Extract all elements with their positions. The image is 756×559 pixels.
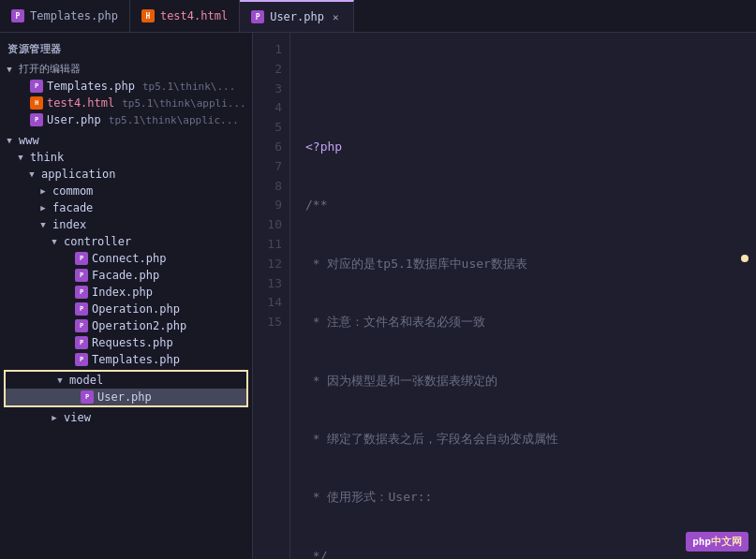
think-folder[interactable]: think bbox=[0, 149, 252, 166]
controller-folder[interactable]: controller bbox=[0, 233, 252, 250]
open-file-user[interactable]: P User.php tp5.1\think\applic... bbox=[0, 111, 252, 128]
operation-file[interactable]: P Operation.php bbox=[0, 301, 252, 317]
sidebar: 资源管理器 打开的编辑器 P Templates.php tp5.1\think… bbox=[0, 33, 253, 559]
tab-label-templates: Templates.php bbox=[30, 9, 118, 22]
view-folder[interactable]: view bbox=[0, 409, 252, 426]
model-label: model bbox=[69, 374, 103, 387]
application-folder[interactable]: application bbox=[0, 166, 252, 183]
file-icon-templates: P bbox=[30, 80, 43, 93]
requests-file[interactable]: P Requests.php bbox=[0, 334, 252, 351]
tab-label-user: User.php bbox=[270, 10, 324, 23]
open-file-templates-path: tp5.1\think\... bbox=[142, 81, 235, 93]
open-file-user-path: tp5.1\think\applic... bbox=[109, 114, 239, 126]
view-label: view bbox=[64, 411, 91, 424]
user-model-file[interactable]: P User.php bbox=[6, 389, 246, 405]
www-folder[interactable]: www bbox=[0, 132, 252, 149]
line-3: * 对应的是tp5.1数据库中user数据表 bbox=[305, 255, 741, 274]
index-label: index bbox=[52, 218, 86, 231]
resource-manager-title: 资源管理器 bbox=[0, 37, 252, 60]
connect-icon: P bbox=[75, 252, 88, 265]
controller-arrow bbox=[49, 236, 60, 247]
line-8: */ bbox=[305, 547, 741, 559]
templates-ctrl-label: Templates.php bbox=[92, 353, 180, 366]
line-4: * 注意：文件名和表名必须一致 bbox=[305, 313, 741, 332]
operation2-label: Operation2.php bbox=[92, 319, 186, 332]
user-model-icon: P bbox=[81, 390, 94, 404]
connect-file[interactable]: P Connect.php bbox=[0, 250, 252, 267]
operation-label: Operation.php bbox=[92, 302, 180, 316]
code-content[interactable]: <?php /** * 对应的是tp5.1数据库中user数据表 * 注意：文件… bbox=[290, 33, 756, 559]
tab-test4[interactable]: H test4.html bbox=[130, 0, 240, 32]
commom-arrow bbox=[37, 185, 49, 197]
model-arrow bbox=[54, 375, 66, 386]
facade-php-label: Facade.php bbox=[92, 269, 159, 282]
application-arrow bbox=[26, 169, 37, 180]
user-model-label: User.php bbox=[97, 390, 152, 404]
tab-close-user[interactable]: ✕ bbox=[330, 10, 342, 24]
open-file-templates[interactable]: P Templates.php tp5.1\think\... bbox=[0, 78, 252, 95]
line-7: * 使用形式：User:: bbox=[305, 488, 741, 508]
www-arrow bbox=[4, 135, 15, 146]
think-label: think bbox=[30, 151, 64, 164]
facade-file[interactable]: P Facade.php bbox=[0, 267, 252, 284]
php-badge-zh: 中文网 bbox=[711, 536, 742, 548]
open-editors-label: 打开的编辑器 bbox=[19, 62, 81, 76]
index-php-label: Index.php bbox=[92, 286, 153, 299]
open-editors-arrow bbox=[4, 64, 15, 75]
tab-icon-templates: P bbox=[11, 9, 24, 22]
tab-label-test4: test4.html bbox=[160, 9, 228, 22]
operation2-file[interactable]: P Operation2.php bbox=[0, 317, 252, 334]
tab-icon-test4: H bbox=[141, 9, 155, 22]
open-file-user-name: User.php bbox=[47, 113, 101, 126]
templates-file[interactable]: P Templates.php bbox=[0, 351, 252, 368]
code-container: 1 2 3 4 5 6 7 8 9 10 11 12 13 14 15 <?ph… bbox=[253, 33, 756, 559]
tab-bar: P Templates.php H test4.html P User.php … bbox=[0, 0, 756, 33]
yellow-dot bbox=[741, 255, 749, 262]
open-file-test4[interactable]: H test4.html tp5.1\think\appli... bbox=[0, 95, 252, 111]
facade-arrow bbox=[37, 202, 49, 213]
tab-icon-user: P bbox=[251, 10, 264, 23]
php-badge: php中文网 bbox=[686, 532, 749, 552]
line-1: <?php bbox=[305, 138, 741, 157]
file-icon-user: P bbox=[30, 113, 43, 126]
line-numbers: 1 2 3 4 5 6 7 8 9 10 11 12 13 14 15 bbox=[253, 33, 290, 559]
think-arrow bbox=[15, 152, 26, 163]
facade-php-icon: P bbox=[75, 269, 88, 282]
commom-label: commom bbox=[52, 184, 93, 198]
main-area: 资源管理器 打开的编辑器 P Templates.php tp5.1\think… bbox=[0, 33, 756, 559]
commom-folder[interactable]: commom bbox=[0, 183, 252, 199]
operation-icon: P bbox=[75, 302, 88, 316]
model-highlight-group: model P User.php bbox=[4, 370, 248, 407]
index-folder[interactable]: index bbox=[0, 216, 252, 233]
operation2-icon: P bbox=[75, 319, 88, 332]
editor-area[interactable]: 1 2 3 4 5 6 7 8 9 10 11 12 13 14 15 <?ph… bbox=[253, 33, 756, 559]
connect-label: Connect.php bbox=[92, 252, 166, 265]
tab-templates[interactable]: P Templates.php bbox=[0, 0, 130, 32]
index-arrow bbox=[37, 219, 49, 230]
line-6: * 绑定了数据表之后，字段名会自动变成属性 bbox=[305, 430, 741, 449]
open-file-templates-name: Templates.php bbox=[47, 80, 135, 93]
open-file-test4-path: tp5.1\think\appli... bbox=[122, 97, 245, 110]
view-arrow bbox=[49, 412, 60, 423]
requests-icon: P bbox=[75, 336, 88, 349]
open-file-test4-name: test4.html bbox=[47, 96, 114, 110]
facade-folder[interactable]: facade bbox=[0, 199, 252, 216]
model-folder[interactable]: model bbox=[6, 372, 246, 389]
open-editors-section[interactable]: 打开的编辑器 bbox=[0, 60, 252, 78]
requests-label: Requests.php bbox=[92, 336, 173, 349]
index-php-icon: P bbox=[75, 286, 88, 299]
controller-label: controller bbox=[64, 235, 131, 248]
facade-label: facade bbox=[52, 201, 93, 214]
line-5: * 因为模型是和一张数据表绑定的 bbox=[305, 372, 741, 391]
line-2: /** bbox=[305, 196, 741, 215]
file-icon-test4: H bbox=[30, 96, 43, 110]
templates-ctrl-icon: P bbox=[75, 353, 88, 366]
index-file[interactable]: P Index.php bbox=[0, 284, 252, 301]
tab-user[interactable]: P User.php ✕ bbox=[240, 0, 353, 32]
application-label: application bbox=[41, 168, 115, 181]
www-label: www bbox=[19, 134, 39, 147]
